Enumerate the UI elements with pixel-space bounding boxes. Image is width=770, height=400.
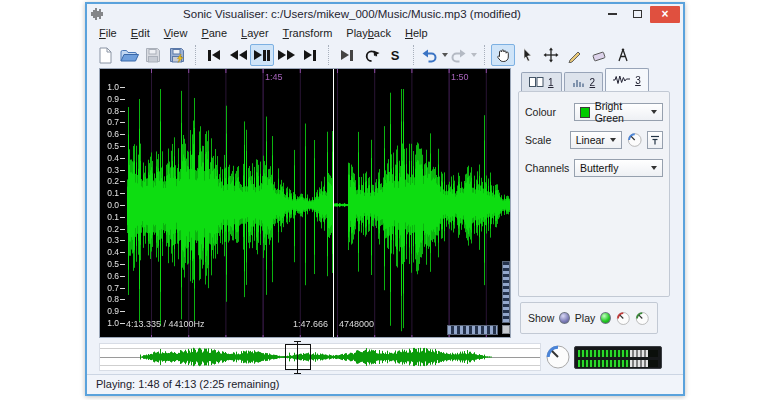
redo-button[interactable] <box>449 44 478 66</box>
bars-icon <box>572 77 586 87</box>
solo-button[interactable]: S <box>383 44 407 66</box>
scale-value: Linear <box>576 134 605 146</box>
scale-label: 0.6 <box>101 129 119 139</box>
scale-label: 0.6 <box>101 271 119 281</box>
scale-select[interactable]: Linear <box>570 131 622 149</box>
new-session-button[interactable] <box>93 44 117 66</box>
scale-label: 0.8 <box>101 106 119 116</box>
chevron-down-icon <box>651 110 657 114</box>
view-region-rect[interactable] <box>285 344 311 370</box>
select-tool-button[interactable] <box>515 44 539 66</box>
minimize-button[interactable] <box>600 6 625 23</box>
menu-pane[interactable]: Pane <box>194 25 234 41</box>
loop-icon <box>363 48 380 63</box>
scale-label: 0.8 <box>101 294 119 304</box>
export-button[interactable] <box>165 44 189 66</box>
rewind-button[interactable] <box>226 44 250 66</box>
playback-level-meter[interactable] <box>574 346 662 369</box>
chevron-down-icon <box>651 166 657 170</box>
menu-transform[interactable]: Transform <box>276 25 340 41</box>
play-pause-button[interactable] <box>250 44 274 66</box>
tab-pane-1[interactable]: 1 <box>521 72 562 91</box>
status-text: Playing: 1:48 of 4:13 (2:25 remaining) <box>96 378 279 390</box>
channels-select[interactable]: Butterfly <box>574 159 663 177</box>
colour-select[interactable]: Bright Green <box>574 103 663 121</box>
menu-playback[interactable]: Playback <box>339 25 398 41</box>
loop-playback-button[interactable] <box>359 44 383 66</box>
show-toggle-led[interactable] <box>559 312 570 324</box>
horizontal-zoom-thumbwheel[interactable] <box>447 325 498 335</box>
undo-button[interactable] <box>420 44 449 66</box>
scale-label: 0.7 <box>101 117 119 127</box>
menu-layer[interactable]: Layer <box>234 25 276 41</box>
overview-canvas[interactable] <box>100 344 540 370</box>
playback-speed-dial[interactable] <box>545 344 571 370</box>
scale-label: 0.1 <box>101 212 119 222</box>
menu-file[interactable]: File <box>92 25 124 41</box>
waveform-canvas[interactable] <box>100 69 511 338</box>
hand-icon <box>495 47 511 63</box>
navigate-tool-button[interactable] <box>491 44 515 66</box>
menu-edit[interactable]: Edit <box>124 25 157 41</box>
erase-tool-button[interactable] <box>587 44 611 66</box>
zoom-reset-button[interactable] <box>502 325 510 334</box>
channels-value: Butterfly <box>580 162 619 174</box>
move-cross-icon <box>543 47 559 63</box>
menu-help[interactable]: Help <box>398 25 435 41</box>
duration-readout: 4:13.335 / 44100Hz <box>126 319 205 329</box>
toolbar: S <box>87 42 683 68</box>
tab-pane-3[interactable]: 3 <box>605 68 649 91</box>
fast-forward-button[interactable] <box>274 44 298 66</box>
forward-to-end-button[interactable] <box>298 44 322 66</box>
rewind-to-start-button[interactable] <box>202 44 226 66</box>
overview-pane[interactable] <box>99 343 541 371</box>
waveform-pane[interactable]: 4:13.335 / 44100Hz 1:47.666 4748000 1.00… <box>99 68 511 338</box>
time-label: 1:50 <box>451 72 469 82</box>
scale-row: Scale Linear <box>525 131 663 149</box>
close-button[interactable]: × <box>650 6 680 23</box>
layer-gain-dial[interactable] <box>616 310 631 327</box>
play-label: Play <box>575 312 595 324</box>
scale-label: 0.0 <box>101 200 119 210</box>
menu-view[interactable]: View <box>157 25 195 41</box>
scale-label: 0.9 <box>101 306 119 316</box>
colour-label: Colour <box>525 106 574 118</box>
open-button[interactable] <box>117 44 141 66</box>
channels-row: Channels Butterfly <box>525 159 663 177</box>
edit-tool-button[interactable] <box>539 44 563 66</box>
scale-label: 0.4 <box>101 153 119 163</box>
maximize-button[interactable] <box>625 6 650 23</box>
scale-label: 1.0 <box>101 82 119 92</box>
toolbar-separator <box>328 45 329 65</box>
toolbar-separator <box>195 45 196 65</box>
vertical-zoom-thumbwheel[interactable] <box>502 261 510 323</box>
play-selection-icon <box>341 50 349 60</box>
open-folder-icon <box>120 48 139 63</box>
redo-dropdown-icon[interactable] <box>471 53 477 57</box>
layer-pan-dial[interactable] <box>635 310 650 327</box>
tab-pane-2[interactable]: 2 <box>564 72 604 91</box>
play-toggle-led[interactable] <box>600 312 611 324</box>
level-handle[interactable] <box>630 360 648 367</box>
normalize-button[interactable] <box>647 131 663 149</box>
visibility-controls: Show Play <box>520 302 658 334</box>
waveform-tab-icon <box>613 75 631 85</box>
toolbar-separator <box>484 45 485 65</box>
app-window: Sonic Visualiser: c:/Users/mikew_000/Mus… <box>85 2 685 396</box>
measure-tool-button[interactable] <box>611 44 635 66</box>
scale-label: 0.5 <box>101 259 119 269</box>
play-selection-button[interactable] <box>335 44 359 66</box>
chevron-down-icon <box>610 138 616 142</box>
colour-row: Colour Bright Green <box>525 103 663 121</box>
meter-row-right <box>578 360 658 367</box>
save-button[interactable] <box>141 44 165 66</box>
cursor-frame-readout: 4748000 <box>339 319 374 329</box>
level-handle[interactable] <box>630 350 648 357</box>
gain-dial[interactable] <box>627 131 642 149</box>
title-bar[interactable]: Sonic Visualiser: c:/Users/mikew_000/Mus… <box>87 4 683 24</box>
draw-tool-button[interactable] <box>563 44 587 66</box>
ffwd-icon <box>278 50 286 60</box>
undo-dropdown-icon[interactable] <box>442 53 448 57</box>
toolbar-separator <box>413 45 414 65</box>
overview-playback-cursor <box>297 341 298 374</box>
